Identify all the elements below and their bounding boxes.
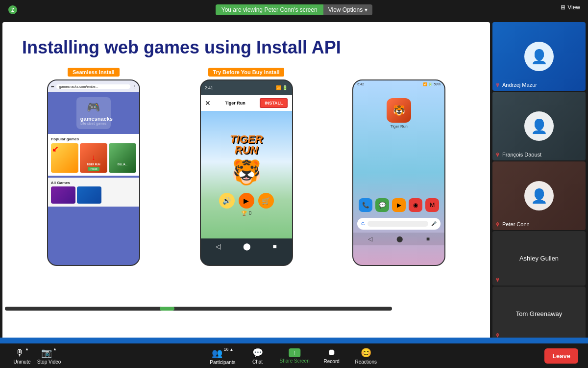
chrome-app-icon: ◉ <box>409 198 422 212</box>
cart-btn[interactable]: 🛒 <box>258 193 274 209</box>
dock-area: 📞 💬 ▶ ◉ M G 🎤 <box>353 195 444 245</box>
phone3-section: placeholder 6:42 📶 🔋 59% 🐯 Tiger Run <box>327 68 470 266</box>
view-toggle-button[interactable]: ⊞ View <box>561 4 580 11</box>
game-title: TIGER RUN <box>230 134 263 156</box>
playstore-app-icon: ▶ <box>392 198 406 212</box>
record-label: Record <box>324 359 340 364</box>
red-arrow2: ↓ <box>92 153 96 162</box>
phone-app-icon: 📞 <box>359 198 372 212</box>
participants-panel: 👤 🎙 Andrzej Mazur 👤 🎙 François Daoust 👤 <box>492 20 588 343</box>
unmute-label: Unmute <box>13 359 30 365</box>
game-tiger-run: TIGER RUN Install ↓ <box>80 143 107 173</box>
tiger-run-home-label: Tiger Run <box>353 124 444 129</box>
phone1-label: Seamless Install <box>68 68 120 77</box>
game-controls: 🔊 ▶ 🛒 <box>219 193 274 209</box>
peter-name: Peter Conn <box>502 221 530 227</box>
phone3-nav-bar: ◁ ⬤ ■ <box>353 233 444 245</box>
phone2-label: Try Before You Buy Install <box>208 68 285 77</box>
andrzej-name: Andrzej Mazur <box>502 82 537 88</box>
francois-avatar: 👤 <box>524 111 554 141</box>
participant-peter: 👤 🎙 Peter Conn <box>492 161 586 230</box>
participants-label: Participants <box>210 360 235 365</box>
share-screen-button[interactable]: ↑ Share Screen <box>280 348 310 364</box>
gamesnacks-title: gamesnacks <box>80 116 107 122</box>
all-games-title: All Games <box>51 181 136 185</box>
phone2-app-bar: ✕ Tiger Run INSTALL <box>201 95 292 111</box>
view-options-button[interactable]: View Options ▾ <box>323 4 372 15</box>
reactions-label: Reactions <box>355 359 376 365</box>
andrzej-video: 👤 <box>492 22 586 91</box>
toolbar-center: 👥 16 ▲ Participants 💬 Chat ↑ Share Scree… <box>210 347 378 365</box>
red-arrow: ↙ <box>52 144 58 154</box>
phone2-section: Try Before You Buy Install 2:41 📶 🔋 ✕ Ti… <box>175 68 318 266</box>
peter-video: 👤 <box>492 161 586 230</box>
stop-video-button[interactable]: 📷 ▲ Stop Video <box>37 347 61 365</box>
francois-video: 👤 <box>492 92 586 160</box>
install-badge: Install <box>88 167 99 171</box>
phone2-time: 2:41 <box>205 85 214 90</box>
unmute-arrow: ▲ <box>25 347 29 351</box>
toolbar-left: 🎙 ▲ Unmute 📷 ▲ Stop Video <box>10 347 61 365</box>
phone2-frame: 2:41 📶 🔋 ✕ Tiger Run INSTALL TIGER <box>200 79 293 266</box>
install-button[interactable]: INSTALL <box>260 98 288 108</box>
stop-video-arrow: ▲ <box>53 347 57 351</box>
phone1-frame: ⬅ gamesnacks.com/embe... ⋮ 🎮 gamesnacks … <box>47 79 140 266</box>
zoom-logo: Z <box>8 5 18 15</box>
ashley-mic-icon: 🎙 <box>495 277 500 283</box>
all-games-section: All Games <box>48 178 139 207</box>
francois-mic-icon: 🎙 <box>495 152 500 158</box>
share-screen-icon: ↑ <box>289 348 300 357</box>
ashley-name: Ashley Gullen <box>519 255 559 262</box>
participant-ashley: Ashley Gullen 🎙 <box>492 231 586 286</box>
peter-mic-icon: 🎙 <box>495 222 500 227</box>
tom-name: Tom Greenaway <box>516 310 563 317</box>
game-billiards: BILLIA... <box>109 143 136 173</box>
slide-title: Installing web games using Install API <box>22 37 470 58</box>
reactions-button[interactable]: 😊 Reactions <box>354 347 378 365</box>
share-screen-label: Share Screen <box>280 358 310 364</box>
slide: Installing web games using Install API S… <box>2 22 490 341</box>
tiger-run-home-icon: 🐯 <box>387 98 411 123</box>
chat-button[interactable]: 💬 Chat <box>245 347 270 365</box>
phone1-section: Seamless Install ⬅ gamesnacks.com/embe..… <box>22 68 165 266</box>
record-button[interactable]: ⏺ Record <box>319 347 344 364</box>
stop-video-label: Stop Video <box>37 359 61 365</box>
presentation-area: Installing web games using Install API S… <box>2 22 490 341</box>
scroll-thumb <box>160 307 174 311</box>
leave-button[interactable]: Leave <box>544 348 578 364</box>
peter-name-badge: 🎙 Peter Conn <box>495 221 530 227</box>
all-games-thumbs <box>51 186 136 204</box>
participant-andrzej: 👤 🎙 Andrzej Mazur <box>492 22 586 91</box>
andrzej-name-badge: 🎙 Andrzej Mazur <box>495 82 537 88</box>
screen-share-notice: You are viewing Peter Conn's screen <box>216 4 323 15</box>
trophy-row: 🏆 0 <box>241 210 252 216</box>
chat-label: Chat <box>252 359 263 365</box>
all-game-1 <box>51 186 75 204</box>
participants-arrow: ▲ <box>229 347 233 352</box>
gamesnacks-sub: bite-sized games <box>80 122 107 125</box>
games-grid: ↙ TIGER RUN Install ↓ BILLIA... <box>51 143 136 173</box>
participants-button[interactable]: 👥 16 ▲ Participants <box>210 347 235 365</box>
app-row: 📞 💬 ▶ ◉ M <box>353 195 444 215</box>
game-stack-bounce: ↙ <box>51 143 78 173</box>
play-btn[interactable]: ▶ <box>239 193 254 209</box>
andrzej-mic-icon: 🎙 <box>495 82 500 88</box>
phone2-nav: ◁ ⬤ ■ <box>201 238 292 254</box>
unmute-button[interactable]: 🎙 ▲ Unmute <box>10 347 34 365</box>
main-content: Installing web games using Install API S… <box>0 20 588 343</box>
phones-container: Seamless Install ⬅ gamesnacks.com/embe..… <box>22 68 470 266</box>
blue-band <box>0 338 588 343</box>
phone3-frame: 6:42 📶 🔋 59% 🐯 Tiger Run 📞 💬 ▶ ◉ <box>352 79 445 266</box>
participant-tom: Tom Greenaway 🎙 <box>492 287 586 341</box>
francois-name-badge: 🎙 François Daoust <box>495 152 541 158</box>
google-search-bar[interactable]: G 🎤 <box>357 218 441 230</box>
bottom-toolbar: 🎙 ▲ Unmute 📷 ▲ Stop Video 👥 16 ▲ Partici… <box>0 343 588 368</box>
peter-avatar: 👤 <box>524 181 554 210</box>
sound-btn[interactable]: 🔊 <box>219 193 235 209</box>
gamesnacks-logo-area: 🎮 gamesnacks bite-sized games <box>48 92 139 134</box>
toolbar-right: Leave <box>544 348 578 364</box>
francois-name: François Daoust <box>502 152 541 158</box>
all-game-2 <box>77 186 101 204</box>
messages-app-icon: 💬 <box>375 198 389 212</box>
phone1-address-bar: ⬅ gamesnacks.com/embe... ⋮ <box>48 80 139 92</box>
